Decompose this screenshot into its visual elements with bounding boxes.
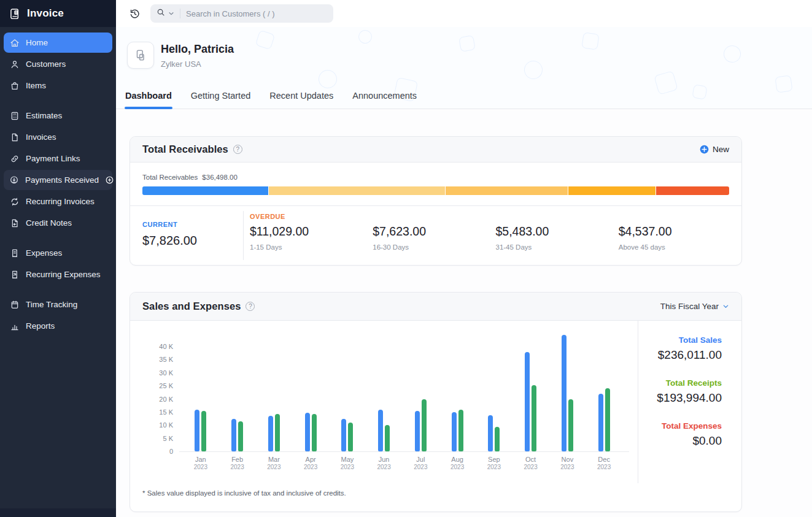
overdue-bucket-0: $11,029.001-15 Days (250, 224, 373, 251)
tab-label: Announcements (352, 91, 417, 101)
fiscal-year-label: This Fiscal Year (660, 302, 719, 311)
month-bars (195, 321, 206, 451)
y-tick-2: 10 K (135, 421, 173, 429)
month-label: May2023 (341, 456, 354, 470)
month-bars (598, 321, 610, 451)
overdue-bucket-2: $5,483.0031-45 Days (496, 224, 619, 251)
sidebar-item-time-tracking[interactable]: Time Tracking (4, 294, 112, 315)
month-year: 2023 (341, 464, 354, 471)
month-year: 2023 (194, 464, 207, 471)
tab-dashboard[interactable]: Dashboard (125, 85, 172, 109)
new-receivable-button[interactable]: New (700, 145, 729, 154)
month-name: May (341, 456, 354, 464)
sidebar-item-recurring-invoices[interactable]: Recurring Invoices (4, 191, 112, 212)
overdue-label: OVERDUE (250, 213, 741, 220)
month-column-feb: Feb2023 (219, 321, 256, 470)
bar-sales-jan (195, 410, 199, 451)
month-year: 2023 (597, 464, 611, 471)
bar-receipts-nov (568, 399, 573, 452)
total-label[interactable]: Total Expenses (638, 421, 722, 431)
chevron-down-icon (722, 303, 729, 310)
tab-announcements[interactable]: Announcements (352, 85, 417, 109)
month-year: 2023 (304, 464, 317, 471)
month-label: Jul2023 (414, 456, 427, 470)
help-icon[interactable] (246, 302, 255, 311)
sidebar-footer (0, 508, 116, 517)
sidebar-item-label: Estimates (26, 111, 107, 120)
receivables-summary-value: $36,498.00 (202, 174, 238, 181)
overdue-amount: $4,537.00 (619, 224, 741, 239)
sidebar: Invoice HomeCustomersItemsEstimatesInvoi… (0, 0, 116, 517)
sidebar-item-home[interactable]: Home (4, 33, 112, 53)
bar-chart-icon (9, 321, 20, 331)
sidebar-item-payments-received[interactable]: Payments Received (4, 170, 112, 190)
org-name: Zylker USA (161, 59, 234, 69)
tab-getting-started[interactable]: Getting Started (190, 85, 252, 109)
sidebar-item-expenses[interactable]: Expenses (4, 243, 112, 263)
sidebar-item-label: Reports (26, 321, 107, 331)
fiscal-year-select[interactable]: This Fiscal Year (660, 302, 729, 311)
total-block-total-receipts: Total Receipts$193,994.00 (638, 378, 722, 405)
bar-sales-aug (452, 412, 457, 451)
month-bars (231, 321, 243, 451)
sidebar-item-payment-links[interactable]: Payment Links (4, 148, 112, 169)
sidebar-nav: HomeCustomersItemsEstimatesInvoicesPayme… (0, 27, 116, 508)
receivables-summary-label: Total Receivables (142, 174, 198, 181)
bar-sales-jun (378, 410, 383, 451)
calculator-icon (9, 110, 20, 121)
month-label: Feb2023 (231, 456, 244, 470)
sidebar-item-reports[interactable]: Reports (4, 316, 112, 336)
sidebar-item-label: Payment Links (26, 154, 107, 163)
y-tick-3: 15 K (135, 408, 173, 416)
receivables-summary: Total Receivables $36,498.00 (130, 163, 741, 205)
sidebar-item-label: Recurring Invoices (26, 197, 107, 206)
month-year: 2023 (377, 464, 391, 471)
month-label: Aug2023 (450, 456, 464, 470)
calendar-icon (9, 299, 20, 310)
search-scope-chevron-icon[interactable] (168, 8, 174, 19)
month-bars (378, 321, 390, 451)
help-icon[interactable] (233, 145, 242, 154)
month-year: 2023 (231, 464, 244, 471)
month-bars (341, 321, 353, 451)
y-tick-5: 25 K (135, 382, 173, 389)
org-avatar[interactable] (127, 42, 154, 69)
month-bars (452, 321, 463, 451)
sidebar-item-label: Customers (26, 59, 107, 69)
month-column-nov: Nov2023 (549, 321, 586, 470)
month-label: Mar2023 (267, 456, 280, 470)
dashboard-content: Total Receivables New Total Receivables … (116, 109, 812, 517)
hero-banner: Hello, Patricia Zylker USA DashboardGett… (116, 27, 812, 109)
recent-history-button[interactable] (126, 6, 142, 21)
y-tick-7: 35 K (135, 356, 173, 363)
download-circle-icon (9, 175, 19, 185)
sidebar-item-credit-notes[interactable]: Credit Notes (4, 213, 112, 233)
document-icon (9, 132, 20, 142)
sidebar-item-invoices[interactable]: Invoices (4, 127, 112, 147)
overdue-amount: $7,623.00 (373, 224, 495, 239)
month-name: Jan (194, 456, 207, 464)
sidebar-item-label: Recurring Expenses (26, 270, 107, 279)
month-year: 2023 (450, 464, 464, 471)
refresh-icon (9, 196, 20, 207)
sidebar-item-recurring-expenses[interactable]: Recurring Expenses (4, 264, 112, 285)
plus-circle-icon[interactable] (105, 175, 114, 185)
sidebar-item-customers[interactable]: Customers (4, 54, 112, 74)
total-receivables-card: Total Receivables New Total Receivables … (130, 136, 742, 266)
total-label[interactable]: Total Sales (638, 335, 722, 345)
search-input[interactable] (186, 9, 327, 18)
sidebar-item-estimates[interactable]: Estimates (4, 105, 112, 126)
month-column-sep: Sep2023 (476, 321, 512, 470)
bar-receipts-sep (495, 427, 500, 451)
bar-receipts-jan (201, 411, 206, 451)
global-search[interactable] (150, 4, 333, 23)
overdue-buckets: $11,029.001-15 Days$7,623.0016-30 Days$5… (250, 224, 741, 251)
sidebar-item-label: Credit Notes (26, 218, 107, 228)
month-column-apr: Apr2023 (292, 321, 329, 470)
tab-recent-updates[interactable]: Recent Updates (269, 85, 334, 109)
total-label[interactable]: Total Receipts (638, 378, 722, 388)
sidebar-item-items[interactable]: Items (4, 75, 112, 96)
receivables-bar-segment-1 (268, 186, 446, 195)
month-year: 2023 (560, 464, 574, 471)
month-column-mar: Mar2023 (256, 321, 293, 470)
